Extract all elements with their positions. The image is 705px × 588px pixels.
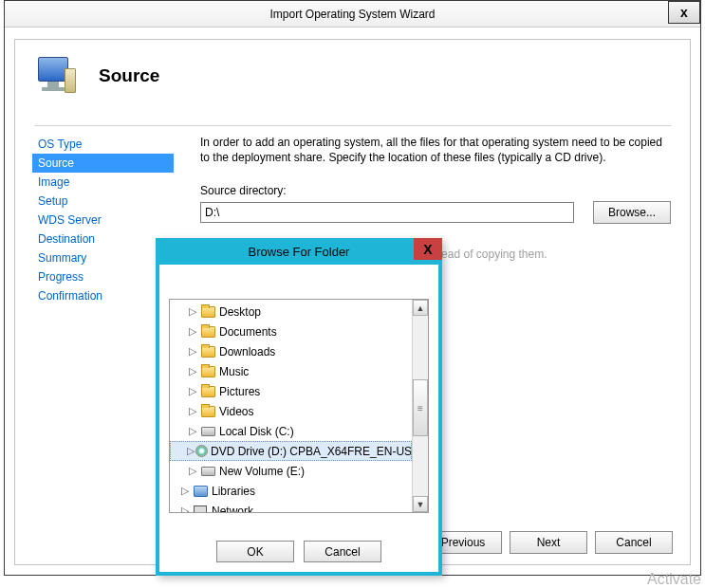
folder-icon — [199, 324, 216, 340]
tree-item-documents[interactable]: ▷ Documents — [170, 322, 412, 341]
scroll-thumb[interactable] — [413, 379, 428, 436]
tree-item-label: Downloads — [219, 345, 275, 358]
dialog-ok-button[interactable]: OK — [216, 541, 294, 562]
browse-for-folder-dialog: Browse For Folder X ▷ Desktop ▷ Document… — [156, 238, 442, 576]
folder-icon — [199, 404, 216, 419]
expand-icon[interactable]: ▷ — [179, 485, 191, 497]
scroll-down-button[interactable]: ▼ — [413, 496, 428, 512]
tree-item-label: DVD Drive (D:) CPBA_X64FRE_EN-US_DV9 — [211, 445, 412, 458]
tree-item-new-volume-e[interactable]: ▷ New Volume (E:) — [170, 461, 412, 481]
expand-icon[interactable]: ▷ — [187, 305, 198, 318]
wizard-step-os-type[interactable]: OS Type — [32, 135, 174, 154]
wizard-title-bar[interactable]: Import Operating System Wizard x — [5, 1, 700, 28]
source-directory-label: Source directory: — [200, 184, 671, 197]
folder-icon — [199, 304, 216, 320]
page-title: Source — [99, 65, 159, 86]
tree-item-label: Libraries — [212, 485, 255, 498]
dialog-button-row: OK Cancel — [159, 541, 438, 562]
next-button[interactable]: Next — [510, 531, 587, 554]
expand-icon[interactable]: ▷ — [187, 405, 198, 417]
wizard-step-destination[interactable]: Destination — [32, 230, 174, 248]
tree-item-downloads[interactable]: ▷ Downloads — [170, 341, 412, 361]
folder-icon — [199, 344, 216, 359]
drive-icon — [199, 424, 216, 439]
tree-item-dvd-drive-d[interactable]: ▷ DVD Drive (D:) CPBA_X64FRE_EN-US_DV9 — [170, 441, 412, 461]
expand-icon[interactable]: ▷ — [187, 325, 198, 338]
expand-icon[interactable]: ▷ — [187, 365, 198, 377]
tree-item-videos[interactable]: ▷ Videos — [170, 401, 412, 421]
folder-icon — [199, 384, 216, 399]
tree-item-network[interactable]: ▷ Network — [170, 501, 412, 512]
folder-tree-container: ▷ Desktop ▷ Documents ▷ Downloads ▷ Musi… — [169, 299, 429, 513]
source-directory-row: Browse... — [200, 201, 671, 224]
tree-item-label: Music — [219, 365, 249, 378]
drive-icon — [199, 464, 216, 479]
dialog-title: Browse For Folder — [249, 245, 350, 259]
wizard-step-progress[interactable]: Progress — [32, 267, 174, 286]
source-directory-input[interactable] — [200, 202, 574, 223]
expand-icon[interactable]: ▷ — [187, 445, 195, 457]
folder-tree[interactable]: ▷ Desktop ▷ Documents ▷ Downloads ▷ Musi… — [170, 300, 412, 512]
dialog-title-bar[interactable]: Browse For Folder X — [156, 238, 442, 265]
browse-button[interactable]: Browse... — [593, 201, 671, 224]
wizard-step-image[interactable]: Image — [32, 173, 174, 192]
dialog-cancel-button[interactable]: Cancel — [304, 541, 381, 562]
computer-icon — [34, 53, 80, 99]
instruction-text: In order to add an operating system, all… — [200, 135, 671, 165]
tree-item-local-disk-c[interactable]: ▷ Local Disk (C:) — [170, 421, 412, 441]
tree-scrollbar[interactable]: ▲ ▼ — [412, 300, 428, 512]
tree-item-label: Desktop — [219, 305, 261, 319]
close-icon: X — [423, 242, 432, 257]
tree-item-pictures[interactable]: ▷ Pictures — [170, 381, 412, 401]
expand-icon[interactable]: ▷ — [187, 465, 198, 477]
header-divider — [34, 125, 671, 126]
wizard-cancel-button[interactable]: Cancel — [595, 531, 673, 554]
tree-item-label: Documents — [219, 325, 277, 339]
wizard-close-button[interactable]: x — [668, 1, 700, 24]
wizard-step-list: OS Type Source Image Setup WDS Server De… — [15, 129, 174, 521]
tree-item-label: New Volume (E:) — [219, 465, 305, 478]
network-icon — [192, 504, 209, 513]
tree-item-music[interactable]: ▷ Music — [170, 361, 412, 381]
tree-item-label: Local Disk (C:) — [219, 425, 294, 438]
close-icon: x — [680, 5, 688, 20]
expand-icon[interactable]: ▷ — [187, 385, 198, 397]
wizard-header: Source — [15, 40, 690, 111]
folder-icon — [199, 364, 216, 379]
disc-icon — [195, 444, 208, 459]
wizard-step-wds-server[interactable]: WDS Server — [32, 211, 174, 230]
wizard-step-source[interactable]: Source — [32, 154, 174, 173]
tree-item-libraries[interactable]: ▷ Libraries — [170, 481, 412, 501]
dialog-close-button[interactable]: X — [414, 238, 442, 260]
tree-item-label: Pictures — [219, 385, 260, 398]
wizard-step-summary[interactable]: Summary — [32, 248, 174, 267]
activate-windows-watermark: Activate — [647, 571, 701, 588]
tree-item-desktop[interactable]: ▷ Desktop — [170, 302, 412, 322]
libraries-icon — [192, 484, 209, 499]
expand-icon[interactable]: ▷ — [179, 505, 191, 512]
wizard-title: Import Operating System Wizard — [269, 8, 435, 21]
scroll-up-button[interactable]: ▲ — [413, 300, 428, 316]
tree-item-label: Network — [212, 505, 253, 513]
expand-icon[interactable]: ▷ — [187, 425, 198, 437]
wizard-step-confirmation[interactable]: Confirmation — [32, 286, 174, 305]
wizard-step-setup[interactable]: Setup — [32, 192, 174, 211]
expand-icon[interactable]: ▷ — [187, 345, 198, 358]
tree-item-label: Videos — [219, 405, 253, 418]
